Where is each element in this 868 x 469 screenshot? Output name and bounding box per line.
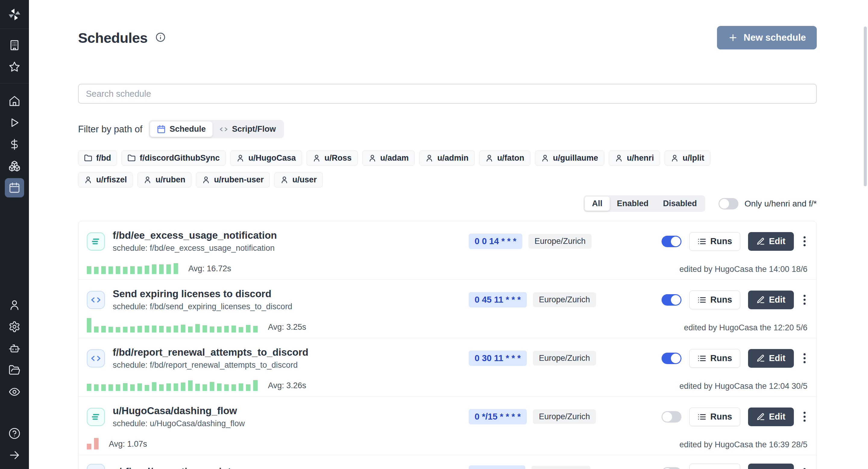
path-chip-u-ross[interactable]: u/Ross	[307, 150, 358, 166]
user-icon	[236, 154, 244, 162]
sidebar-item-folder-open[interactable]	[5, 361, 24, 380]
info-icon[interactable]	[156, 32, 165, 43]
list-icon	[698, 295, 707, 305]
sidebar-item-building[interactable]	[5, 36, 24, 55]
edit-button[interactable]: Edit	[748, 464, 794, 469]
edited-by-label: edited by HugoCasa the 12:04 30/5	[679, 382, 807, 391]
runs-button[interactable]: Runs	[689, 408, 741, 426]
path-chip-u-admin[interactable]: u/admin	[419, 150, 475, 166]
sidebar-item-dollar[interactable]	[5, 135, 24, 154]
tab-disabled[interactable]: Disabled	[656, 196, 704, 211]
more-options-button[interactable]	[802, 234, 807, 249]
path-chip-u-ruben-user[interactable]: u/ruben-user	[196, 172, 270, 187]
only-henri-toggle[interactable]	[718, 198, 738, 210]
timezone-badge: Europe/Paris	[531, 466, 590, 469]
path-chip-u-hugocasa[interactable]: u/HugoCasa	[230, 150, 302, 166]
path-chip-u-user[interactable]: u/user	[274, 172, 323, 187]
runs-button[interactable]: Runs	[689, 464, 741, 469]
sidebar-item-boxes[interactable]	[5, 156, 24, 176]
sidebar-item-help[interactable]	[5, 424, 24, 443]
path-chip-u-henri[interactable]: u/henri	[609, 150, 660, 166]
schedule-name: f/bd/ee_excess_usage_notification	[113, 230, 277, 241]
schedule-enabled-toggle[interactable]	[661, 353, 681, 364]
path-chip-u-lplit[interactable]: u/lplit	[664, 150, 710, 166]
schedule-enabled-toggle[interactable]	[661, 467, 681, 469]
edit-button[interactable]: Edit	[748, 290, 794, 309]
runs-button[interactable]: Runs	[689, 290, 741, 309]
more-options-button[interactable]	[802, 466, 807, 469]
edit-button[interactable]: Edit	[748, 232, 794, 251]
path-chip-u-ruben[interactable]: u/ruben	[137, 172, 191, 187]
schedule-row: u/rfiszel/evocative_script */10 * * * * …	[79, 455, 816, 469]
user-icon	[615, 154, 623, 162]
path-chip-u-guillaume[interactable]: u/guillaume	[535, 150, 604, 166]
toggle-script-flow[interactable]: Script/Flow	[213, 122, 283, 137]
sidebar-item-play[interactable]	[5, 113, 24, 132]
star-icon	[8, 61, 21, 73]
schedule-enabled-toggle[interactable]	[661, 411, 681, 423]
sidebar-item-home[interactable]	[5, 91, 24, 111]
schedule-row: Send expiring licenses to discord schedu…	[79, 279, 816, 338]
sidebar-item-eye[interactable]	[5, 382, 24, 402]
schedule-enabled-toggle[interactable]	[661, 294, 681, 306]
path-chip-u-faton[interactable]: u/faton	[479, 150, 530, 166]
home-icon	[8, 95, 21, 107]
sidebar	[0, 0, 29, 469]
user-icon	[84, 176, 92, 184]
tab-all[interactable]: All	[585, 196, 610, 211]
schedule-row: f/bd/report_renewal_attempts_to_discord …	[79, 338, 816, 396]
sidebar-item-user[interactable]	[5, 295, 24, 315]
user-icon	[671, 154, 679, 162]
new-schedule-button[interactable]: New schedule	[717, 26, 817, 50]
sidebar-item-settings[interactable]	[5, 317, 24, 336]
edited-by-label: edited by HugoCasa the 16:39 28/5	[679, 440, 807, 449]
path-chip-f-discordgithubsync[interactable]: f/discordGithubSync	[121, 150, 226, 166]
avg-duration-label: Avg: 3.25s	[268, 322, 306, 333]
eye-icon	[8, 386, 21, 398]
cron-badge: 0 45 11 * * *	[469, 292, 527, 307]
sidebar-item-arrow-right[interactable]	[5, 445, 24, 465]
sidebar-item-calendar[interactable]	[5, 178, 24, 197]
path-chip-u-rfiszel[interactable]: u/rfiszel	[78, 172, 133, 187]
cron-badge: 0 30 11 * * *	[469, 350, 527, 366]
edited-by-label: edited by HugoCasa the 12:20 5/6	[684, 323, 807, 333]
app-window: Schedules New schedule Filter by path of…	[0, 0, 868, 469]
play-icon	[8, 117, 21, 129]
more-options-button[interactable]	[802, 292, 807, 307]
scrollbar-thumb[interactable]	[864, 27, 867, 186]
timezone-badge: Europe/Zurich	[533, 409, 596, 424]
user-icon	[313, 154, 321, 162]
windmill-logo[interactable]	[0, 0, 29, 29]
runs-button[interactable]: Runs	[689, 349, 741, 368]
schedule-summary: schedule: f/bd/ee_excess_usage_notificat…	[113, 244, 277, 253]
code-icon	[219, 125, 228, 134]
path-chip-u-adam[interactable]: u/adam	[362, 150, 415, 166]
tab-enabled[interactable]: Enabled	[610, 196, 656, 211]
path-chip-f-bd[interactable]: f/bd	[78, 150, 117, 166]
schedule-enabled-toggle[interactable]	[661, 236, 681, 247]
pencil-icon	[756, 413, 765, 421]
schedule-summary: schedule: u/HugoCasa/dashing_flow	[113, 419, 245, 428]
building-icon	[8, 39, 21, 51]
search-input[interactable]	[78, 84, 817, 104]
runs-sparkline	[87, 259, 178, 274]
folder-icon	[127, 154, 135, 162]
toggle-schedule[interactable]: Schedule	[150, 122, 213, 137]
schedule-name: u/HugoCasa/dashing_flow	[113, 405, 245, 416]
sidebar-item-star[interactable]	[5, 57, 24, 76]
page-title: Schedules	[78, 30, 148, 46]
boxes-icon	[8, 160, 21, 172]
user-icon	[144, 176, 152, 184]
runs-button[interactable]: Runs	[689, 232, 741, 251]
more-options-button[interactable]	[802, 409, 807, 424]
plus-icon	[728, 33, 738, 43]
avg-duration-label: Avg: 16.72s	[188, 264, 231, 274]
sidebar-item-bot[interactable]	[5, 339, 24, 358]
edit-button[interactable]: Edit	[748, 349, 794, 368]
user-icon	[368, 154, 376, 162]
more-options-button[interactable]	[802, 351, 807, 366]
schedule-name: Send expiring licenses to discord	[113, 288, 292, 300]
cron-badge: 0 */15 * * * *	[469, 409, 527, 425]
edit-button[interactable]: Edit	[748, 408, 794, 426]
schedule-name: f/bd/report_renewal_attempts_to_discord	[113, 347, 308, 358]
